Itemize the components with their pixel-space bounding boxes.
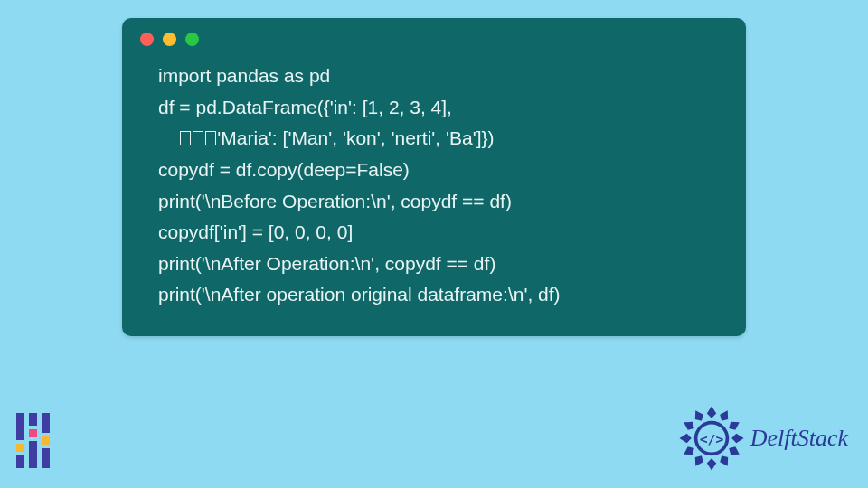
brand-logo: </> DelftStack — [678, 405, 848, 472]
code-line: print('\nBefore Operation:\n', copydf ==… — [158, 186, 710, 218]
missing-glyph-icon — [193, 131, 203, 145]
code-line: df = pd.DataFrame({'in': [1, 2, 3, 4], — [158, 92, 710, 124]
code-line: print('\nAfter Operation:\n', copydf == … — [158, 249, 710, 280]
maximize-icon[interactable] — [185, 33, 199, 46]
minimize-icon[interactable] — [163, 33, 176, 46]
badge-icon: </> — [678, 405, 745, 472]
code-card: import pandas as pddf = pd.DataFrame({'i… — [122, 18, 746, 336]
window-titlebar — [122, 18, 746, 57]
brand-name: DelftStack — [750, 425, 848, 452]
svg-text:</>: </> — [699, 431, 723, 446]
close-icon[interactable] — [140, 33, 154, 46]
missing-glyph-icon — [180, 131, 191, 145]
code-line: 'Maria': ['Man', 'kon', 'nerti', 'Ba']}) — [158, 123, 710, 155]
code-line: print('\nAfter operation original datafr… — [158, 279, 710, 311]
missing-glyph-icon — [205, 131, 216, 145]
code-line: import pandas as pd — [158, 61, 710, 92]
code-block: import pandas as pddf = pd.DataFrame({'i… — [122, 57, 746, 311]
code-line: copydf['in'] = [0, 0, 0, 0] — [158, 217, 710, 249]
left-brand-icon — [16, 413, 50, 468]
code-line: copydf = df.copy(deep=False) — [158, 155, 710, 186]
